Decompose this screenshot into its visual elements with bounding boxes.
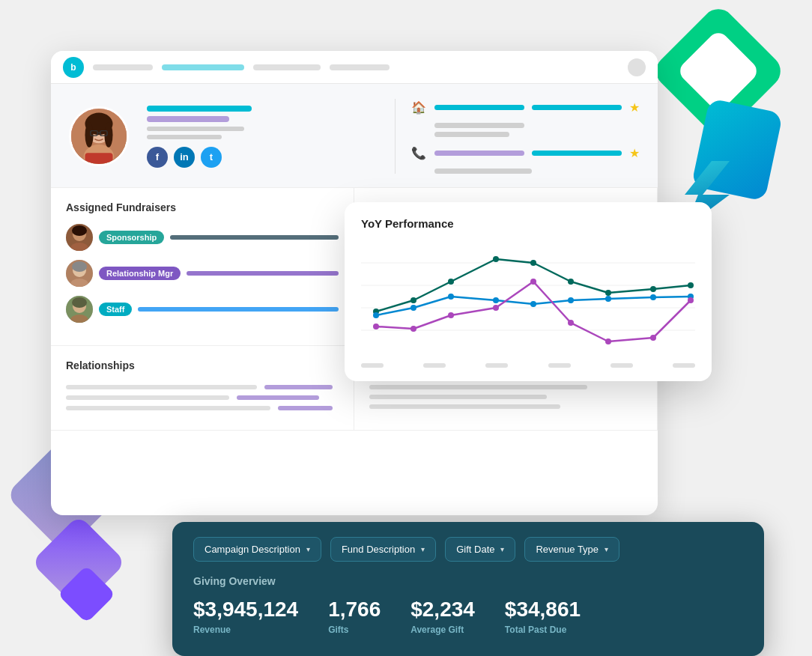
relationships-card: Relationships <box>51 346 354 431</box>
svg-point-52 <box>688 297 694 303</box>
phone-line-2 <box>532 151 622 156</box>
phone-line-1 <box>434 151 524 156</box>
address-line-2 <box>532 105 622 110</box>
facebook-icon[interactable]: f <box>147 147 168 168</box>
nav-pill-4 <box>330 64 390 70</box>
fundraiser-face-1 <box>66 224 93 251</box>
filter-dropdowns: Campaign Description ▾ Fund Description … <box>193 537 743 562</box>
chart-popup: YoY Performance <box>345 202 712 381</box>
avatar-image <box>71 106 127 166</box>
svg-point-36 <box>410 305 416 311</box>
total-past-due-label: Total Past Due <box>505 625 581 635</box>
app-logo[interactable]: b <box>63 57 84 78</box>
metrics-row: $3,945,124 Revenue 1,766 Gifts $2,234 Av… <box>193 598 743 635</box>
fund-description-label: Fund Description <box>342 544 415 555</box>
chart-area <box>361 240 695 360</box>
profile-detail-line-2 <box>147 135 222 139</box>
linkedin-icon[interactable]: in <box>174 147 195 168</box>
svg-point-47 <box>493 305 499 311</box>
yoy-chart-svg <box>361 240 695 360</box>
giving-overview-title: Giving Overview <box>193 575 743 587</box>
x-label-2 <box>423 363 446 368</box>
svg-point-50 <box>605 338 611 344</box>
address-row: 🏠 ★ <box>410 99 640 115</box>
svg-point-32 <box>605 290 611 296</box>
user-avatar-small[interactable] <box>628 58 646 76</box>
x-label-5 <box>610 363 633 368</box>
revenue-type-dropdown[interactable]: Revenue Type ▾ <box>524 537 619 562</box>
svg-point-13 <box>72 225 87 236</box>
gifts-label: Gifts <box>328 625 381 635</box>
gift-date-dropdown[interactable]: Gift Date ▾ <box>445 537 515 562</box>
home-icon: 🏠 <box>410 99 427 115</box>
assigned-fundraisers-title: Assigned Fundraisers <box>66 201 339 213</box>
social-icons: f in t <box>147 147 377 168</box>
metric-revenue: $3,945,124 Revenue <box>193 598 298 635</box>
avatar-face <box>71 109 127 164</box>
top-bar: b <box>51 51 658 84</box>
logo-letter: b <box>70 62 76 73</box>
staff-tag: Staff <box>99 303 132 316</box>
revenue-type-label: Revenue Type <box>536 544 599 555</box>
total-past-due-value: $34,861 <box>505 598 581 622</box>
rel-line-row-1 <box>66 385 339 389</box>
gifts-value: 1,766 <box>328 598 381 622</box>
profile-contact: 🏠 ★ 📞 ★ <box>395 99 640 174</box>
assigned-fundraisers-card: Assigned Fundraisers Sponsorship <box>51 188 354 346</box>
svg-point-38 <box>493 297 499 303</box>
address-detail-2 <box>434 132 509 137</box>
revenue-label: Revenue <box>193 625 298 635</box>
opportunities-lines <box>369 382 642 409</box>
svg-point-46 <box>448 312 454 318</box>
nav-pill-3 <box>253 64 321 70</box>
x-label-1 <box>361 363 384 368</box>
svg-rect-9 <box>85 153 113 166</box>
avg-gift-label: Average Gift <box>410 625 475 635</box>
chevron-down-icon-1: ▾ <box>306 545 310 553</box>
relationships-lines <box>66 382 339 410</box>
relationships-title: Relationships <box>66 359 339 371</box>
fund-description-dropdown[interactable]: Fund Description ▾ <box>330 537 436 562</box>
phone-detail <box>434 168 532 174</box>
fundraiser-detail-line-1 <box>170 235 339 240</box>
fundraiser-avatar-1 <box>66 224 93 251</box>
sponsorship-tag: Sponsorship <box>99 231 164 244</box>
filter-bar: Campaign Description ▾ Fund Description … <box>172 522 764 656</box>
svg-point-29 <box>493 256 499 262</box>
svg-point-41 <box>605 296 611 302</box>
svg-point-48 <box>530 279 536 285</box>
fundraiser-avatar-2 <box>66 260 93 287</box>
metric-gifts: 1,766 Gifts <box>328 598 381 635</box>
svg-point-35 <box>373 312 379 318</box>
rel-line-row-2 <box>66 395 339 400</box>
svg-point-37 <box>448 294 454 300</box>
chart-title: YoY Performance <box>361 217 695 230</box>
svg-point-51 <box>650 335 656 341</box>
twitter-icon[interactable]: t <box>201 147 222 168</box>
svg-point-34 <box>688 282 694 288</box>
chevron-down-icon-3: ▾ <box>500 545 504 553</box>
nav-pill-2 <box>162 64 244 70</box>
x-label-6 <box>673 363 695 368</box>
profile-subtitle-line <box>147 116 229 122</box>
fundraiser-row-1: Sponsorship <box>66 224 339 251</box>
address-line-1 <box>434 105 524 110</box>
gift-date-label: Gift Date <box>456 544 494 555</box>
svg-point-45 <box>410 326 416 332</box>
nav-pill-1 <box>93 64 153 70</box>
svg-point-28 <box>448 279 454 285</box>
campaign-description-dropdown[interactable]: Campaign Description ▾ <box>193 537 321 562</box>
svg-point-17 <box>72 261 87 272</box>
fundraiser-face-3 <box>66 296 93 323</box>
svg-point-31 <box>568 279 574 285</box>
svg-point-4 <box>85 123 94 148</box>
address-detail-1 <box>434 123 524 128</box>
fundraiser-avatar-3 <box>66 296 93 323</box>
chart-x-labels <box>361 360 695 368</box>
metric-total-past-due: $34,861 Total Past Due <box>505 598 581 635</box>
svg-point-40 <box>568 297 574 303</box>
svg-point-21 <box>72 297 87 308</box>
svg-point-33 <box>650 286 656 292</box>
profile-detail-line-1 <box>147 127 244 131</box>
fundraiser-face-2 <box>66 260 93 287</box>
